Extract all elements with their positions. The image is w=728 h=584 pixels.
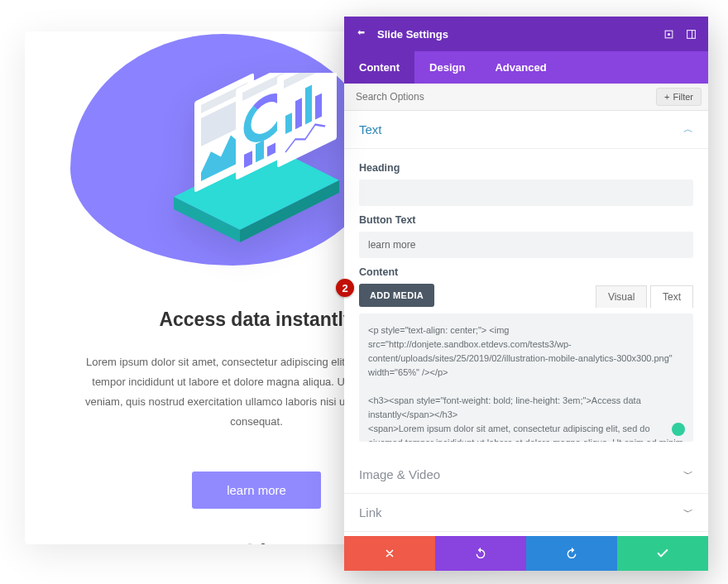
redo-button[interactable]: [526, 536, 617, 571]
undo-button[interactable]: [435, 536, 526, 571]
svg-rect-17: [295, 98, 302, 129]
svg-point-21: [668, 33, 669, 35]
analytics-illustration: [74, 56, 438, 280]
svg-rect-18: [305, 85, 312, 125]
step-badge: 2: [336, 279, 354, 297]
chevron-down-icon: ﹀: [683, 505, 693, 519]
panel-titlebar: Slide Settings: [344, 17, 708, 51]
pagination-dot-active[interactable]: [261, 543, 266, 544]
pagination-dot[interactable]: [247, 543, 252, 544]
back-icon[interactable]: [356, 28, 367, 40]
editor-tab-text[interactable]: Text: [650, 285, 693, 308]
save-button[interactable]: [617, 536, 708, 571]
chevron-down-icon: ﹀: [683, 467, 693, 481]
add-media-button[interactable]: ADD MEDIA: [359, 284, 434, 307]
snap-icon[interactable]: [686, 29, 697, 40]
section-title: Link: [359, 505, 382, 519]
section-link-header[interactable]: Link ﹀: [344, 494, 708, 532]
chevron-up-icon: ︿: [683, 122, 693, 136]
svg-rect-16: [285, 112, 292, 134]
content-editor[interactable]: <p style="text-align: center;"> <img src…: [359, 314, 693, 442]
plus-icon: +: [664, 92, 669, 102]
learn-more-button[interactable]: learn more: [192, 472, 321, 509]
filter-button[interactable]: + Filter: [656, 88, 702, 106]
expand-icon[interactable]: [663, 29, 674, 40]
editor-tab-visual[interactable]: Visual: [596, 285, 647, 308]
section-image-video-header[interactable]: Image & Video ﹀: [344, 456, 708, 494]
grammarly-icon[interactable]: [672, 423, 685, 436]
svg-rect-22: [687, 30, 696, 38]
tab-advanced[interactable]: Advanced: [480, 51, 561, 84]
panel-title: Slide Settings: [377, 28, 448, 41]
section-title: Image & Video: [359, 467, 440, 481]
discard-button[interactable]: [344, 536, 435, 571]
filter-label: Filter: [673, 92, 693, 102]
panel-footer: [344, 536, 708, 571]
svg-rect-19: [315, 93, 322, 120]
